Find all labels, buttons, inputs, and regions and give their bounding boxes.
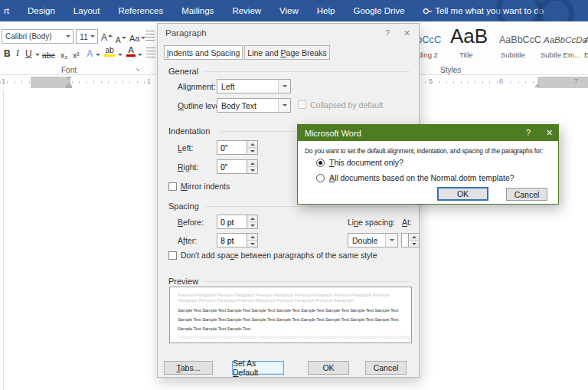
outline-level-value: Body Text xyxy=(217,101,256,110)
style-subtitle-label: Subtitle xyxy=(501,51,525,59)
menu-item-layout[interactable]: Layout xyxy=(74,6,100,15)
spacing-before-spinner[interactable]: 0 pt xyxy=(217,215,258,229)
spinner-arrows[interactable] xyxy=(247,140,258,155)
style-subtitle-sample[interactable]: AaBbCcC xyxy=(499,34,541,45)
style-heading2-sample[interactable]: bCcC xyxy=(416,34,442,45)
message-ok-label: OK xyxy=(457,189,469,198)
left-indent-marker[interactable] xyxy=(66,82,72,88)
menu-item-view[interactable]: View xyxy=(279,6,299,15)
style-title-sample[interactable]: AaB xyxy=(450,25,488,48)
tab-label: Line and Page Breaks xyxy=(247,48,326,57)
superscript-button[interactable]: x² xyxy=(73,47,80,60)
preview-sample-line: Sample Text Sample Text Sample Text Samp… xyxy=(178,317,403,322)
font-color-glyph: A xyxy=(128,45,134,54)
text-effects-button[interactable]: A xyxy=(87,46,93,59)
highlight-chevron[interactable] xyxy=(118,54,122,56)
strikethrough-button[interactable]: abc xyxy=(42,47,55,60)
font-color-button[interactable]: A xyxy=(126,45,136,58)
spinner-arrows[interactable] xyxy=(247,215,258,229)
dialog-close-button[interactable]: ✕ xyxy=(403,28,410,38)
text-effects-chevron[interactable] xyxy=(96,54,100,56)
message-help-button[interactable]: ? xyxy=(526,128,531,137)
radio-this-document-only[interactable] xyxy=(316,159,325,167)
font-dialog-launcher-icon[interactable]: ↘ xyxy=(135,66,140,73)
underline-button[interactable]: U xyxy=(25,46,32,59)
right-indent-marker[interactable] xyxy=(534,84,541,87)
preview-section-header: Preview xyxy=(168,277,198,286)
alignment-dropdown[interactable]: Left xyxy=(217,79,291,93)
style-subtle-emphasis-sample[interactable]: AaBbCcDa xyxy=(544,35,587,44)
spacing-after-value: 8 pt xyxy=(217,233,247,247)
tabs-button[interactable]: Tabs... xyxy=(164,361,213,375)
subscript-button[interactable]: x₂ xyxy=(60,47,67,60)
indent-right-spinner[interactable]: 0" xyxy=(217,159,258,174)
line-spacing-value: Double xyxy=(348,236,377,245)
message-ok-button[interactable]: OK xyxy=(437,187,488,201)
menu-item-references[interactable]: References xyxy=(118,6,163,15)
menu-item-mailings[interactable]: Mailings xyxy=(181,6,214,15)
dropdown-arrow xyxy=(278,99,290,112)
tab-line-and-page-breaks[interactable]: Line and Page Breaks xyxy=(244,45,330,60)
spinner-arrows[interactable] xyxy=(409,233,420,247)
font-name-value: Calibri (Body) xyxy=(5,32,52,41)
spinner-arrows[interactable] xyxy=(247,159,258,174)
set-as-default-button[interactable]: Set As Default xyxy=(232,361,284,375)
menu-item-google-drive[interactable]: Google Drive xyxy=(353,6,404,15)
general-section-header: General xyxy=(168,67,198,76)
first-line-indent-marker[interactable] xyxy=(66,77,72,80)
mirror-indents-label: Mirror indents xyxy=(181,182,230,191)
menu-item-insert-partial[interactable]: rt xyxy=(4,6,9,15)
collapsed-by-default-label: Collapsed by default xyxy=(310,100,383,110)
ok-label: OK xyxy=(322,363,334,372)
section-rule xyxy=(205,71,410,72)
dont-add-space-checkbox[interactable] xyxy=(168,251,177,260)
indent-left-spinner[interactable]: 0" xyxy=(217,140,258,155)
message-close-button[interactable]: ✕ xyxy=(546,128,553,138)
spinner-arrows[interactable] xyxy=(247,233,258,247)
change-case-button[interactable]: Aa xyxy=(129,30,145,43)
ruler-right-margin-band xyxy=(537,77,588,88)
ok-button[interactable]: OK xyxy=(308,361,349,375)
spacing-after-spinner[interactable]: 8 pt xyxy=(217,233,258,247)
menu-item-review[interactable]: Review xyxy=(232,6,261,15)
outline-level-dropdown[interactable]: Body Text xyxy=(217,98,291,113)
radio-this-document-only-label: This document only? xyxy=(329,158,403,167)
microsoft-word-message-dialog: Microsoft Word ? ✕ Do you want to set th… xyxy=(297,124,559,205)
ribbon-menu-bar: rt Design Layout References Mailings Rev… xyxy=(0,0,588,21)
dialog-help-button[interactable]: ? xyxy=(385,28,390,38)
cancel-button[interactable]: Cancel xyxy=(365,361,407,375)
message-dialog-title: Microsoft Word xyxy=(305,129,361,138)
dont-add-space-label: Don't add space between paragraphs of th… xyxy=(181,251,377,260)
text-highlight-button[interactable]: ab xyxy=(104,45,115,58)
radio-all-documents[interactable] xyxy=(316,174,325,182)
tab-indents-and-spacing[interactable]: Indents and Spacing xyxy=(164,45,243,60)
underline-options-chevron[interactable] xyxy=(35,54,40,56)
font-size-combo[interactable]: 11 xyxy=(76,29,98,44)
message-cancel-label: Cancel xyxy=(514,190,540,199)
spacing-at-spinner[interactable] xyxy=(401,233,420,247)
decorative-circle xyxy=(496,0,542,21)
tab-label: Indents and Spacing xyxy=(167,48,240,57)
spacing-after-label: After: xyxy=(178,236,197,245)
dropdown-arrow xyxy=(278,80,290,93)
mirror-indents-checkbox[interactable] xyxy=(168,182,177,191)
bullet-list-icon[interactable] xyxy=(145,31,155,41)
style-emphasis-label-partial: E xyxy=(584,51,588,59)
line-spacing-dropdown[interactable]: Double xyxy=(348,233,398,247)
bold-button[interactable]: B xyxy=(4,46,11,59)
menu-item-design[interactable]: Design xyxy=(28,6,55,15)
font-color-chevron[interactable] xyxy=(138,54,142,56)
italic-button[interactable]: I xyxy=(16,46,19,59)
justify-icon[interactable] xyxy=(146,48,155,57)
dropdown-arrow xyxy=(385,234,397,247)
page-left-edge xyxy=(3,90,4,390)
ruler-number: 6 xyxy=(498,77,505,85)
spacing-at-value xyxy=(401,233,409,247)
menu-item-help[interactable]: Help xyxy=(317,6,335,15)
grow-font-button[interactable]: A xyxy=(101,30,113,43)
shrink-font-button[interactable]: A xyxy=(116,31,126,44)
font-name-combo[interactable]: Calibri (Body) xyxy=(2,29,74,44)
style-emphasis-sample-partial[interactable]: A xyxy=(584,35,588,44)
message-cancel-button[interactable]: Cancel xyxy=(506,188,547,201)
ruler-left-margin-band xyxy=(31,77,70,88)
